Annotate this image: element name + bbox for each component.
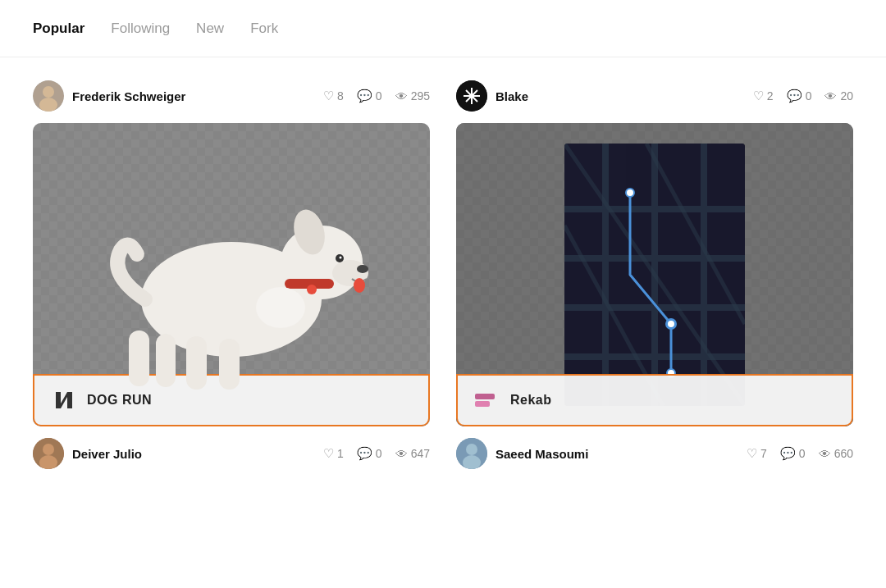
footer-comments-1: 💬 0 <box>357 446 382 461</box>
svg-rect-14 <box>129 330 149 386</box>
card-rekab: Blake ♡ 2 💬 0 👁 20 <box>456 80 853 469</box>
footer-user-name-2: Saeed Masoumi <box>496 447 588 461</box>
footer-views-count-1: 647 <box>411 447 430 460</box>
heart-icon-footer-2: ♡ <box>747 446 757 461</box>
rekab-logo-svg <box>475 390 500 410</box>
eye-icon-footer-2: 👁 <box>819 447 831 461</box>
avatar-saeed <box>456 438 487 469</box>
card-user-2: Blake <box>456 80 528 112</box>
avatar-frederik <box>33 80 64 112</box>
card-header-2: Blake ♡ 2 💬 0 👁 20 <box>456 80 853 112</box>
views-count-1: 295 <box>411 89 430 103</box>
views-stat-2: 👁 20 <box>824 89 853 103</box>
comment-icon-footer-2: 💬 <box>780 446 796 461</box>
cards-grid: Frederik Schweiger ♡ 8 💬 0 👁 295 <box>33 80 853 469</box>
svg-rect-13 <box>219 339 240 390</box>
comment-icon-1: 💬 <box>357 89 372 103</box>
svg-point-11 <box>307 285 317 294</box>
avatar-deiver <box>33 438 64 469</box>
footer-comments-count-2: 0 <box>799 447 806 460</box>
user-name-frederik: Frederik Schweiger <box>72 89 185 103</box>
svg-point-44 <box>668 321 674 327</box>
svg-rect-12 <box>186 336 207 390</box>
svg-point-1 <box>43 86 54 98</box>
footer-likes-count-2: 7 <box>760 447 767 460</box>
footer-likes-1: ♡ 1 <box>323 446 344 461</box>
eye-icon-1: 👁 <box>395 89 408 103</box>
heart-icon-footer-1: ♡ <box>323 446 334 461</box>
svg-rect-15 <box>156 334 176 387</box>
footer-user-2: Saeed Masoumi <box>456 438 588 469</box>
user-name-blake: Blake <box>496 89 528 103</box>
footer-views-2: 👁 660 <box>819 447 853 461</box>
likes-stat-2: ♡ 2 <box>753 89 774 103</box>
heart-icon-2: ♡ <box>753 89 764 103</box>
footer-likes-2: ♡ 7 <box>747 446 767 461</box>
comment-icon-footer-1: 💬 <box>357 446 372 461</box>
svg-point-17 <box>256 287 305 328</box>
card-user-1: Frederik Schweiger <box>33 80 185 112</box>
card-footer-1: Deiver Julio ♡ 1 💬 0 👁 647 <box>33 438 430 469</box>
nav-new[interactable]: New <box>196 17 224 40</box>
footer-user-1: Deiver Julio <box>33 438 142 469</box>
card-stats-1: ♡ 8 💬 0 👁 295 <box>323 89 430 103</box>
eye-icon-2: 👁 <box>824 89 837 103</box>
thumbnail-map[interactable]: Rekab <box>456 123 853 426</box>
avatar-blake <box>456 80 487 112</box>
svg-point-26 <box>469 93 474 98</box>
thumbnail-dog[interactable]: DOG RUN <box>33 123 430 426</box>
footer-user-name-1: Deiver Julio <box>72 447 142 461</box>
nav-popular[interactable]: Popular <box>33 17 84 40</box>
likes-count-1: 8 <box>337 89 344 103</box>
svg-point-19 <box>43 444 54 455</box>
svg-rect-47 <box>475 401 490 407</box>
heart-icon-1: ♡ <box>323 89 334 103</box>
footer-likes-count-1: 1 <box>337 447 344 460</box>
map-svg <box>564 144 745 406</box>
views-count-2: 20 <box>840 89 853 103</box>
likes-count-2: 2 <box>767 89 774 103</box>
comment-icon-2: 💬 <box>787 89 802 103</box>
main-content: Frederik Schweiger ♡ 8 💬 0 👁 295 <box>0 57 886 492</box>
comments-count-2: 0 <box>806 89 812 103</box>
navigation: Popular Following New Fork <box>0 0 886 57</box>
footer-comments-count-1: 0 <box>376 447 382 460</box>
comments-stat-2: 💬 0 <box>787 89 812 103</box>
svg-rect-46 <box>475 394 495 399</box>
svg-point-16 <box>354 278 365 293</box>
footer-views-1: 👁 647 <box>395 447 430 461</box>
card-footer-2: Saeed Masoumi ♡ 7 💬 0 👁 660 <box>456 438 853 469</box>
rekab-logo <box>474 387 500 413</box>
card-label-rekab: Rekab <box>456 374 853 426</box>
footer-comments-2: 💬 0 <box>780 446 806 461</box>
svg-point-8 <box>340 257 342 259</box>
card-stats-2: ♡ 2 💬 0 👁 20 <box>753 89 853 103</box>
footer-stats-1: ♡ 1 💬 0 👁 647 <box>323 446 430 461</box>
footer-views-count-2: 660 <box>834 447 853 460</box>
comments-count-1: 0 <box>376 89 382 103</box>
card-dog-run: Frederik Schweiger ♡ 8 💬 0 👁 295 <box>33 80 430 469</box>
svg-point-49 <box>466 444 477 455</box>
nav-fork[interactable]: Fork <box>250 17 278 40</box>
map-screen <box>564 144 745 406</box>
views-stat-1: 👁 295 <box>395 89 430 103</box>
likes-stat-1: ♡ 8 <box>323 89 344 103</box>
project-name-rekab: Rekab <box>510 393 552 408</box>
card-header-1: Frederik Schweiger ♡ 8 💬 0 👁 295 <box>33 80 430 112</box>
comments-stat-1: 💬 0 <box>357 89 382 103</box>
nav-following[interactable]: Following <box>111 17 170 40</box>
footer-stats-2: ♡ 7 💬 0 👁 660 <box>747 446 853 461</box>
svg-point-42 <box>626 189 634 197</box>
svg-point-6 <box>357 265 368 273</box>
dog-illustration <box>59 135 404 414</box>
eye-icon-footer-1: 👁 <box>395 447 408 461</box>
